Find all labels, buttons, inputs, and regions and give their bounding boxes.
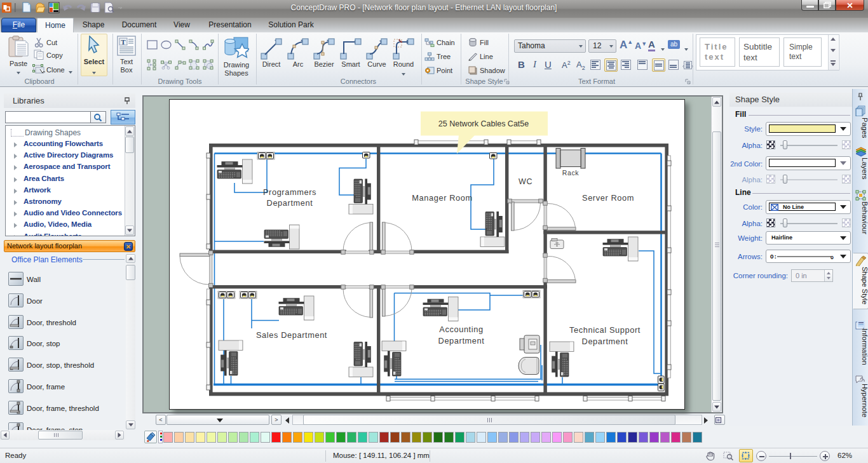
svg-text:WC: WC [519, 177, 532, 186]
svg-text:25 Network Cables Cat5e: 25 Network Cables Cat5e [438, 119, 529, 128]
svg-text:Manager Room: Manager Room [412, 193, 472, 203]
svg-text:T: T [121, 38, 126, 46]
svg-text:O:: O: [770, 254, 777, 260]
svg-text:Sales Department: Sales Department [256, 330, 327, 340]
svg-text:Server Room: Server Room [582, 193, 634, 203]
svg-text:Department: Department [267, 198, 313, 208]
svg-text:Department: Department [582, 337, 628, 346]
svg-text:Programmers: Programmers [263, 187, 316, 197]
svg-text:O: O [831, 255, 834, 260]
svg-text:Department: Department [438, 336, 485, 346]
svg-text:Technical Support: Technical Support [569, 325, 641, 335]
svg-text:Rack: Rack [562, 169, 579, 177]
svg-text:Accounting: Accounting [439, 325, 483, 334]
